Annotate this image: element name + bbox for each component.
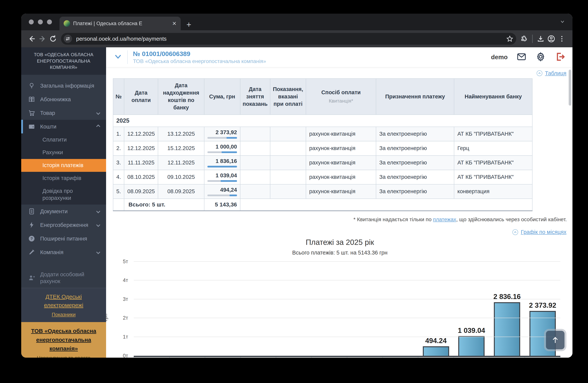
bar[interactable] — [494, 302, 520, 356]
url-text[interactable]: personal.ooek.od.ua/home/payments — [76, 36, 506, 42]
vertical-scrollbar-thumb[interactable] — [569, 70, 571, 106]
bulb-icon — [28, 82, 36, 89]
address-bar[interactable]: personal.ooek.od.ua/home/payments — [61, 33, 516, 45]
window-controls[interactable] — [21, 14, 52, 30]
sidebar-item-faq[interactable]: ? Поширені питання — [21, 232, 106, 246]
bar-value-label: 1 039.04 — [458, 326, 485, 335]
col-date-readings: Дата зняття показань — [240, 78, 270, 115]
y-tick-label: 0т — [123, 353, 128, 358]
chevron-down-icon — [96, 111, 100, 115]
account-switch-chevron-icon[interactable] — [114, 53, 122, 61]
table-row[interactable]: 3. 11.11.2025 12.11.2025 1 836,16 рахуно… — [113, 155, 532, 170]
dtek-link[interactable]: ДТЕК Одеські електромережі — [21, 292, 106, 309]
sidebar-item-funds[interactable]: Кошти — [21, 120, 106, 134]
total-amount: 5 143,36 — [204, 199, 240, 211]
receipt-note: Квитанція* — [308, 98, 374, 104]
gear-icon[interactable] — [535, 52, 546, 63]
header-divider — [127, 50, 128, 64]
supplier-company-link[interactable]: ТОВ «Одеська обласна енергопостачальна к… — [26, 326, 101, 353]
table-row[interactable]: 5. 08.09.2025 08.09.2025 494,24 рахунок-… — [113, 184, 532, 199]
gridline — [134, 280, 560, 280]
row-sum: 1 039,04 — [204, 170, 240, 184]
mail-icon[interactable] — [516, 52, 527, 63]
sidebar-item-label: Поширені питання — [40, 235, 87, 242]
toolbar-divider — [532, 35, 533, 43]
sidebar-item-company[interactable]: Компанія — [21, 246, 106, 259]
row-date-pay: 12.12.2025 — [124, 141, 158, 155]
browser-tab[interactable]: Платежі | Одеська обласна Е ✕ — [60, 17, 181, 30]
sidebar-item-add-account[interactable]: Додати особовий рахунок — [21, 268, 106, 288]
sidebar-item-general-info[interactable]: Загальна інформація — [21, 79, 106, 93]
bookmark-star-icon[interactable] — [506, 35, 514, 43]
monthly-graph-link[interactable]: Графік по місяцях — [521, 229, 567, 235]
back-button[interactable] — [26, 34, 37, 44]
x-tick — [240, 357, 276, 358]
row-readings — [270, 155, 306, 170]
reload-button[interactable] — [48, 34, 58, 44]
minimize-window-button[interactable] — [38, 19, 43, 24]
table-row[interactable]: 1. 12.12.2025 13.12.2025 2 373,92 рахуно… — [113, 127, 532, 141]
svg-text:?: ? — [30, 236, 33, 241]
total-label: Всього: 5 шт. — [124, 199, 204, 211]
close-window-button[interactable] — [29, 19, 34, 24]
row-bank: АТ КБ "ПРИВАТБАНК" — [454, 127, 532, 141]
sidebar-item-documents[interactable]: Документи — [21, 205, 106, 218]
gridline — [134, 318, 560, 318]
bar-slot: 2 836.16 — [489, 262, 525, 356]
row-sum: 1 836,16 — [204, 155, 240, 170]
sidebar-item-energy-saving[interactable]: Енергозбереження — [21, 218, 106, 232]
col-purpose: Призначення платежу — [376, 78, 454, 115]
bar-slot — [347, 262, 383, 356]
table-row[interactable]: 2. 12.12.2025 15.12.2025 1 000,00 рахуно… — [113, 141, 532, 155]
sidebar-subitem-pay[interactable]: Сплатити — [21, 134, 106, 146]
supplier-block[interactable]: ТОВ «Одеська обласна енергопостачальна к… — [21, 322, 106, 358]
pokaznyky-link[interactable]: Показники — [21, 311, 106, 318]
row-date-readings — [240, 155, 270, 170]
row-date-pay: 12.12.2025 — [124, 127, 158, 141]
table-row[interactable]: 4. 08.10.2025 09.10.2025 1 039,04 рахуно… — [113, 170, 532, 184]
col-method: Спосіб оплатиКвитанція* — [306, 78, 376, 115]
close-tab-icon[interactable]: ✕ — [172, 20, 177, 27]
tab-search-chevron-icon[interactable] — [560, 19, 565, 25]
table-collapse-link[interactable]: Таблиця — [545, 70, 567, 77]
row-method: рахунок-квитанція — [306, 184, 376, 199]
menu-kebab-icon[interactable] — [557, 34, 567, 44]
scroll-to-top-button[interactable] — [546, 331, 565, 349]
sidebar-subitem-bills[interactable]: Рахунки — [21, 146, 106, 159]
sidebar-nav: Загальна інформація Абонкнижка Товар — [21, 75, 106, 288]
forward-button[interactable] — [37, 34, 48, 44]
account-number: № 01001/00606389 — [133, 50, 266, 57]
bar[interactable] — [458, 336, 484, 356]
sidebar-subitem-payment-history[interactable]: Історія платежів — [21, 159, 106, 172]
row-num: 4. — [113, 170, 124, 184]
book-icon — [28, 96, 36, 103]
site-info-icon[interactable] — [64, 35, 72, 43]
collapse-circle-icon[interactable] — [512, 229, 519, 235]
new-tab-button[interactable]: + — [186, 19, 191, 30]
cart-icon — [28, 109, 36, 116]
document-icon — [28, 208, 36, 215]
bar-slot — [134, 262, 169, 356]
sidebar-subitem-calc-reference[interactable]: Довідка про розрахунки — [21, 185, 106, 205]
col-num: № — [113, 78, 124, 115]
row-num: 5. — [113, 184, 124, 199]
sidebar-group-funds: Кошти Сплатити Рахунки Історія платежів … — [21, 120, 106, 205]
payments-link[interactable]: платежах — [433, 216, 456, 222]
maximize-window-button[interactable] — [47, 19, 52, 24]
sidebar-item-abonbook[interactable]: Абонкнижка — [21, 93, 106, 106]
sidebar-item-goods[interactable]: Товар — [21, 106, 106, 120]
extensions-icon[interactable] — [519, 34, 529, 44]
x-tick — [134, 357, 169, 358]
accruals-link[interactable]: Нарахування та оплата — [26, 355, 101, 358]
bar[interactable] — [423, 346, 449, 356]
x-tick — [382, 357, 418, 358]
year-label: 2025 — [113, 115, 532, 127]
collapse-circle-icon[interactable] — [536, 70, 543, 77]
browser-window: Платежі | Одеська обласна Е ✕ + personal… — [21, 14, 572, 358]
profile-icon[interactable] — [546, 34, 557, 44]
sidebar-item-label: Компанія — [40, 249, 63, 256]
logout-icon[interactable] — [555, 52, 565, 63]
downloads-icon[interactable] — [535, 34, 546, 44]
x-tick — [347, 357, 382, 358]
sidebar-subitem-tariff-history[interactable]: Історія тарифів — [21, 172, 106, 185]
